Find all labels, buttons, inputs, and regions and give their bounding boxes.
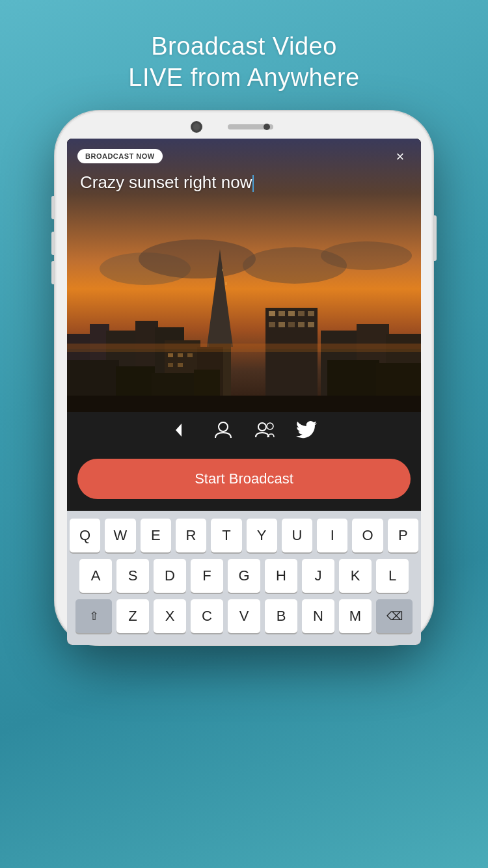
key-u[interactable]: U	[282, 519, 312, 552]
key-v[interactable]: V	[228, 599, 260, 633]
key-b[interactable]: B	[265, 599, 297, 633]
followers-icon[interactable]	[211, 418, 235, 442]
key-m[interactable]: M	[339, 599, 372, 633]
key-c[interactable]: C	[191, 599, 223, 633]
key-f[interactable]: F	[191, 559, 223, 593]
svg-rect-22	[278, 311, 285, 316]
key-z[interactable]: Z	[116, 599, 149, 633]
location-icon[interactable]	[170, 418, 193, 442]
key-h[interactable]: H	[265, 559, 297, 593]
svg-rect-27	[278, 322, 285, 327]
title-text: Crazy sunset right now	[80, 172, 252, 192]
phone-sensor	[264, 124, 270, 130]
svg-rect-21	[269, 311, 275, 316]
keyboard-row-1: Q W E R T Y U I O P	[70, 519, 418, 552]
key-w[interactable]: W	[105, 519, 135, 552]
svg-rect-18	[168, 363, 173, 367]
phone-camera	[192, 122, 201, 131]
text-cursor	[252, 175, 254, 192]
phone-mockup: BROADCAST NOW × Crazy sunset right now	[55, 111, 433, 645]
key-q[interactable]: Q	[70, 519, 100, 552]
svg-rect-26	[269, 322, 275, 327]
svg-rect-11	[222, 269, 223, 271]
svg-rect-40	[67, 344, 421, 349]
header-line1: Broadcast Video	[128, 31, 359, 62]
svg-rect-16	[178, 353, 183, 357]
svg-rect-41	[67, 349, 421, 352]
key-g[interactable]: G	[228, 559, 260, 593]
key-n[interactable]: N	[302, 599, 334, 633]
contacts-icon[interactable]	[253, 418, 277, 442]
keyboard-row-3: ⇧ Z X C V B N M ⌫	[70, 599, 418, 633]
page-header: Broadcast Video LIVE from Anywhere	[128, 31, 359, 93]
twitter-icon[interactable]	[295, 418, 318, 442]
svg-rect-24	[298, 311, 305, 316]
svg-rect-28	[288, 322, 295, 327]
control-bar	[67, 412, 421, 450]
key-shift[interactable]: ⇧	[75, 599, 112, 633]
svg-marker-43	[176, 424, 182, 437]
svg-rect-15	[168, 353, 173, 357]
header-line2: LIVE from Anywhere	[128, 62, 359, 94]
city-skyline	[67, 230, 421, 412]
key-delete[interactable]: ⌫	[376, 599, 413, 633]
svg-point-45	[258, 423, 266, 431]
key-s[interactable]: S	[116, 559, 149, 593]
close-button[interactable]: ×	[390, 146, 411, 167]
svg-rect-42	[67, 396, 421, 412]
key-i[interactable]: I	[317, 519, 347, 552]
phone-screen: BROADCAST NOW × Crazy sunset right now	[67, 139, 421, 645]
svg-point-1	[139, 239, 256, 278]
start-broadcast-button[interactable]: Start Broadcast	[77, 459, 411, 499]
key-a[interactable]: A	[79, 559, 112, 593]
key-r[interactable]: R	[176, 519, 206, 552]
broadcast-badge: BROADCAST NOW	[77, 149, 163, 163]
key-l[interactable]: L	[376, 559, 409, 593]
broadcast-title[interactable]: Crazy sunset right now	[80, 172, 385, 193]
key-d[interactable]: D	[154, 559, 186, 593]
svg-rect-19	[178, 363, 183, 367]
svg-rect-12	[225, 282, 227, 285]
svg-rect-29	[298, 322, 305, 327]
key-j[interactable]: J	[302, 559, 334, 593]
svg-point-46	[267, 423, 273, 429]
phone-top-bar	[67, 124, 421, 139]
svg-point-3	[321, 241, 412, 270]
svg-rect-25	[308, 311, 314, 316]
key-k[interactable]: K	[339, 559, 372, 593]
key-x[interactable]: X	[154, 599, 186, 633]
svg-rect-17	[187, 353, 193, 357]
key-y[interactable]: Y	[247, 519, 277, 552]
keyboard-row-2: A S D F G H J K L	[70, 559, 418, 593]
key-p[interactable]: P	[388, 519, 418, 552]
svg-rect-30	[308, 322, 314, 327]
camera-view: BROADCAST NOW × Crazy sunset right now	[67, 139, 421, 412]
key-o[interactable]: O	[352, 519, 383, 552]
key-e[interactable]: E	[141, 519, 171, 552]
key-t[interactable]: T	[211, 519, 241, 552]
keyboard: Q W E R T Y U I O P A S D F G H J K	[67, 511, 421, 645]
svg-point-44	[219, 422, 228, 431]
svg-rect-23	[288, 311, 295, 316]
